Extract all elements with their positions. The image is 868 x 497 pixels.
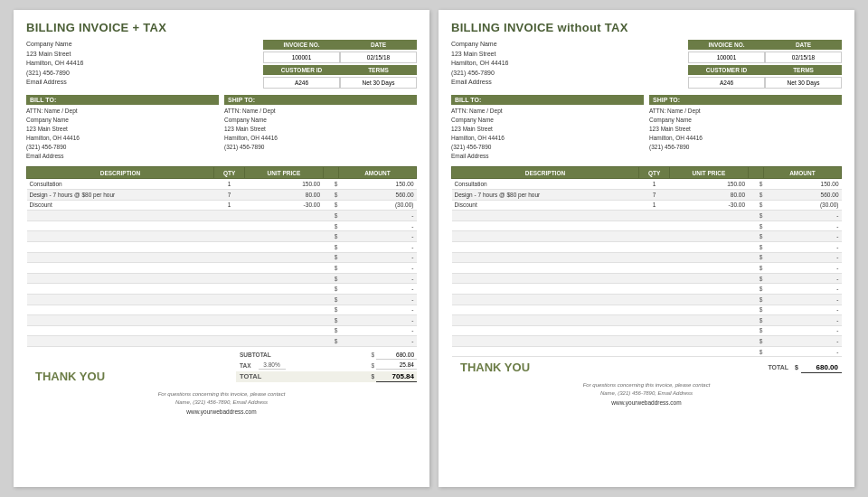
empty-row: $ -: [27, 284, 417, 295]
invoice-meta-2: INVOICE NO. DATE 100001 02/15/18 CUSTOME…: [688, 40, 842, 90]
empty-row: $ -: [452, 336, 842, 347]
total-dollar-2: $: [795, 364, 798, 370]
ship-to-label-1: SHIP TO:: [224, 95, 417, 105]
meta-customer-row-1: CUSTOMER ID TERMS: [263, 65, 417, 75]
date-label-2: DATE: [765, 40, 842, 50]
qty-header-2: QTY: [638, 167, 669, 179]
total-label-2: TOTAL: [768, 364, 788, 370]
ship-to-1: SHIP TO: ATTN: Name / Dept Company Name …: [224, 95, 417, 161]
company-phone-1: (321) 456-7890: [26, 69, 83, 79]
terms-label-1: TERMS: [340, 65, 417, 75]
total-value-1: 705.84: [376, 371, 417, 382]
amount-header-2: AMOUNT: [763, 167, 841, 179]
invoice-without-tax: BILLING INVOICE without TAX Company Name…: [439, 10, 854, 487]
empty-row: $ -: [27, 220, 417, 231]
footer-2: For questions concerning this invoice, p…: [451, 381, 842, 398]
summary-section-1: THANK YOU SUBTOTAL $ 680.00 TAX 3.80% $: [26, 351, 417, 384]
date-label-1: DATE: [340, 40, 417, 50]
table-row: Consultation 1 150.00 $ 150.00: [27, 179, 417, 190]
unit-price-header-2: UNIT PRICE: [670, 167, 748, 179]
top-section-1: Company Name 123 Main Street Hamilton, O…: [26, 40, 417, 90]
website-2: www.yourwebaddress.com: [451, 399, 842, 406]
company-email-1: Email Address: [26, 78, 83, 88]
empty-row: $ -: [452, 305, 842, 315]
items-table-2: DESCRIPTION QTY UNIT PRICE AMOUNT Consul…: [451, 166, 842, 357]
terms-value-1: Net 30 Days: [340, 77, 417, 89]
tax-value-1: 25.84: [376, 361, 417, 370]
terms-label-2: TERMS: [765, 65, 842, 75]
bill-to-2: BILL TO: ATTN: Name / Dept Company Name …: [451, 95, 644, 161]
company-city-2: Hamilton, OH 44416: [451, 59, 508, 69]
meta-invoice-values-2: 100001 02/15/18: [688, 52, 842, 63]
invoice-title-2: BILLING INVOICE without TAX: [451, 21, 842, 34]
table-row: Discount 1 -30.00 $ (30.00): [452, 200, 842, 211]
date-value-1: 02/15/18: [340, 52, 417, 63]
total-inline-2: TOTAL $ 680.00: [768, 362, 842, 373]
invoice-no-value-2: 100001: [688, 52, 765, 63]
meta-customer-values-1: A246 Net 30 Days: [263, 77, 417, 89]
invoice-with-tax: BILLING INVOICE + TAX Company Name 123 M…: [14, 10, 429, 487]
invoice-title-1: BILLING INVOICE + TAX: [26, 21, 417, 34]
empty-row: $ -: [452, 325, 842, 336]
totals-block-1: SUBTOTAL $ 680.00 TAX 3.80% $ 25.84: [236, 351, 417, 384]
table-header-row-2: DESCRIPTION QTY UNIT PRICE AMOUNT: [452, 167, 842, 179]
company-address-2: 123 Main Street: [451, 50, 508, 60]
meta-customer-row-2: CUSTOMER ID TERMS: [688, 65, 842, 75]
company-info-1: Company Name 123 Main Street Hamilton, O…: [26, 40, 83, 90]
thank-you-1: THANK YOU: [35, 370, 105, 383]
bill-to-label-1: BILL TO:: [26, 95, 219, 105]
meta-invoice-row-2: INVOICE NO. DATE: [688, 40, 842, 50]
thank-you-2: THANK YOU: [460, 361, 530, 374]
empty-row: $ -: [27, 263, 417, 274]
bill-to-label-2: BILL TO:: [451, 95, 644, 105]
empty-row: $ -: [27, 305, 417, 315]
customer-id-value-1: A246: [263, 77, 340, 89]
ship-to-2: SHIP TO: ATTN: Name / Dept Company Name …: [649, 95, 842, 161]
meta-invoice-row-1: INVOICE NO. DATE: [263, 40, 417, 50]
empty-row: $ -: [452, 211, 842, 221]
tax-row-1: TAX 3.80% $ 25.84: [236, 361, 417, 370]
subtotal-label-1: SUBTOTAL: [236, 351, 275, 360]
amount-header-1: AMOUNT: [338, 167, 416, 179]
company-address-1: 123 Main Street: [26, 50, 83, 60]
meta-invoice-values-1: 100001 02/15/18: [263, 52, 417, 63]
terms-value-2: Net 30 Days: [765, 77, 842, 89]
qty-header-1: QTY: [213, 167, 244, 179]
empty-row: $ -: [27, 241, 417, 252]
empty-row: $ -: [452, 294, 842, 305]
empty-row: $ -: [27, 252, 417, 263]
total-final-row-1: TOTAL $ 705.84: [236, 371, 417, 382]
total-label-1: TOTAL: [236, 371, 265, 382]
table-header-row-1: DESCRIPTION QTY UNIT PRICE AMOUNT: [27, 167, 417, 179]
customer-id-label-2: CUSTOMER ID: [688, 65, 765, 75]
unit-price-header-1: UNIT PRICE: [245, 167, 323, 179]
table-row: Consultation 1 150.00 $ 150.00: [452, 179, 842, 190]
bill-to-address-2: ATTN: Name / Dept Company Name 123 Main …: [451, 107, 644, 161]
top-section-2: Company Name 123 Main Street Hamilton, O…: [451, 40, 842, 90]
empty-row: $ -: [452, 231, 842, 242]
customer-id-value-2: A246: [688, 77, 765, 89]
company-city-1: Hamilton, OH 44416: [26, 59, 83, 69]
empty-row: $ -: [452, 346, 842, 357]
table-row: Discount 1 -30.00 $ (30.00): [27, 200, 417, 211]
summary-section-2: THANK YOU TOTAL $ 680.00: [451, 361, 842, 374]
ship-to-label-2: SHIP TO:: [649, 95, 842, 105]
tax-label-1: TAX: [236, 361, 255, 370]
company-name-1: Company Name: [26, 40, 83, 50]
empty-row: $ -: [27, 211, 417, 221]
bill-ship-1: BILL TO: ATTN: Name / Dept Company Name …: [26, 95, 417, 161]
empty-row: $ -: [27, 294, 417, 305]
company-name-2: Company Name: [451, 40, 508, 50]
empty-row: $ -: [452, 220, 842, 231]
invoice-meta-1: INVOICE NO. DATE 100001 02/15/18 CUSTOME…: [263, 40, 417, 90]
invoice-no-label-1: INVOICE NO.: [263, 40, 340, 50]
empty-row: $ -: [27, 315, 417, 326]
company-phone-2: (321) 456-7890: [451, 69, 508, 79]
website-1: www.yourwebaddress.com: [26, 408, 417, 415]
customer-id-label-1: CUSTOMER ID: [263, 65, 340, 75]
bill-ship-2: BILL TO: ATTN: Name / Dept Company Name …: [451, 95, 842, 161]
subtotal-value-1: 680.00: [376, 351, 417, 360]
empty-row: $ -: [452, 284, 842, 295]
empty-row: $ -: [452, 315, 842, 326]
table-row: Design - 7 hours @ $80 per hour 7 80.00 …: [452, 189, 842, 200]
